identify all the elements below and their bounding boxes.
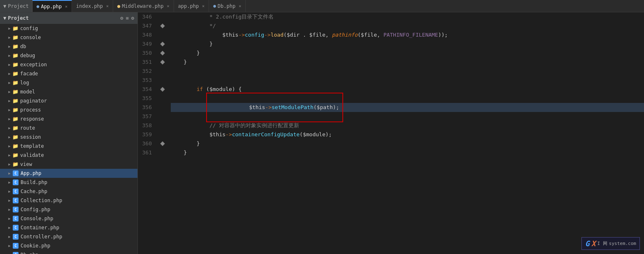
tab-close-app2[interactable]: ✕ <box>202 4 205 8</box>
sidebar-item-facade[interactable]: ▶ 📁 facade <box>0 69 137 78</box>
line-num-359: 359 <box>138 130 155 139</box>
sidebar-item-controller-php[interactable]: ▶ C Controller.php <box>0 232 137 241</box>
sidebar-item-view[interactable]: ▶ 📁 view <box>0 160 137 169</box>
settings-icon[interactable]: ≡ <box>126 15 129 21</box>
sidebar-item-label: facade <box>20 71 38 77</box>
gutter-348 <box>158 30 167 40</box>
sidebar-item-template[interactable]: ▶ 📁 template <box>0 142 137 151</box>
code-text <box>171 112 174 121</box>
line-num-350: 350 <box>138 49 155 58</box>
arrow-icon: ▶ <box>7 54 12 58</box>
sidebar-item-label: Console.php <box>21 216 53 221</box>
db-php-icon: ● <box>213 3 216 9</box>
tab-close-middleware[interactable]: ✕ <box>167 4 170 8</box>
code-line-352 <box>171 67 644 76</box>
sidebar-item-build-php[interactable]: ▶ C Build.php <box>0 178 137 187</box>
folder-icon: 📁 <box>12 107 19 113</box>
gear-icon[interactable]: ⚙ <box>131 15 134 21</box>
sidebar-item-route[interactable]: ▶ 📁 route <box>0 124 137 133</box>
code-area: 346 347 348 349 350 351 352 353 354 355 … <box>138 12 644 254</box>
line-num-352: 352 <box>138 67 155 76</box>
tab-close-app[interactable]: ✕ <box>65 4 67 9</box>
sidebar-item-console[interactable]: ▶ 📁 console <box>0 33 137 42</box>
sidebar-item-process[interactable]: ▶ 📁 process <box>0 105 137 114</box>
gutter-360[interactable] <box>158 139 167 148</box>
gutter-350[interactable] <box>158 49 167 58</box>
gutter-352 <box>158 67 167 76</box>
code-line-357 <box>171 112 644 121</box>
sidebar-item-collection-php[interactable]: ▶ C Collection.php <box>0 196 137 205</box>
gutter-356 <box>158 103 167 112</box>
sidebar-item-label: paginator <box>20 98 47 104</box>
tab-bar: ▼ Project ● App.php ✕ index.php ✕ ● Midd… <box>0 0 644 12</box>
gutter-347[interactable] <box>158 21 167 30</box>
sidebar-item-config-php[interactable]: ▶ C Config.php <box>0 205 137 214</box>
line-num-347: 347 <box>138 21 155 30</box>
gutter-361 <box>158 148 167 157</box>
sidebar-item-cookie-php[interactable]: ▶ C Cookie.php <box>0 241 137 250</box>
sidebar-item-db-php[interactable]: ▶ C Db.php <box>0 250 137 254</box>
tab-app-php[interactable]: ● App.php ✕ <box>33 0 72 12</box>
sidebar-item-label: response <box>20 116 44 122</box>
sidebar-item-label: model <box>20 89 35 95</box>
sidebar-header: ▼ Project ⚙ ≡ ⚙ <box>0 12 137 24</box>
line-numbers: 346 347 348 349 350 351 352 353 354 355 … <box>138 12 158 254</box>
arrow-icon: ▶ <box>7 198 12 203</box>
watermark: G X I 网 system.com <box>581 237 640 250</box>
gutter-349[interactable] <box>158 40 167 49</box>
sidebar-item-container-php[interactable]: ▶ C Container.php <box>0 223 137 232</box>
file-icon-build: C <box>12 179 19 185</box>
sidebar-item-app-php[interactable]: ▶ C App.php <box>0 169 137 178</box>
sidebar-project-label: Project <box>8 15 29 21</box>
line-num-354: 354 <box>138 85 155 94</box>
file-icon-console: C <box>12 216 19 221</box>
watermark-domain: system.com <box>609 241 636 246</box>
tab-index-php[interactable]: index.php ✕ <box>72 0 113 12</box>
code-text: // 对容器中的对象实例进行配置更新 <box>171 121 299 130</box>
tab-label-app2: app.php <box>178 3 199 9</box>
sync-icon[interactable]: ⚙ <box>120 15 123 21</box>
sidebar-item-paginator[interactable]: ▶ 📁 paginator <box>0 96 137 105</box>
gutter-354[interactable] <box>158 85 167 94</box>
sidebar-item-log[interactable]: ▶ 📁 log <box>0 78 137 87</box>
line-num-346: 346 <box>138 12 155 21</box>
code-line-360: } <box>171 139 644 148</box>
arrow-icon: ▶ <box>7 189 12 193</box>
sidebar-item-session[interactable]: ▶ 📁 session <box>0 133 137 142</box>
line-num-355: 355 <box>138 94 155 103</box>
sidebar-item-label: Db.php <box>21 252 38 254</box>
arrow-icon: ▶ <box>7 235 12 239</box>
arrow-icon: ▶ <box>7 26 12 30</box>
sidebar-item-exception[interactable]: ▶ 📁 exception <box>0 60 137 69</box>
folder-icon: 📁 <box>12 80 19 86</box>
tab-db-php[interactable]: ● Db.php ✕ <box>209 0 246 12</box>
tab-close-db[interactable]: ✕ <box>239 4 241 8</box>
code-line-356: $this->setModulePath($path); <box>171 103 644 112</box>
project-arrow[interactable]: ▼ <box>3 3 6 9</box>
code-line-358: // 对容器中的对象实例进行配置更新 <box>171 121 644 130</box>
sidebar-item-validate[interactable]: ▶ 📁 validate <box>0 151 137 160</box>
sidebar-item-console-php[interactable]: ▶ C Console.php <box>0 214 137 223</box>
watermark-x: X <box>591 239 596 248</box>
tab-middleware-php[interactable]: ● Middleware.php ✕ <box>113 0 174 12</box>
sidebar-item-cache-php[interactable]: ▶ C Cache.php <box>0 187 137 196</box>
folder-icon: 📁 <box>12 35 19 40</box>
sidebar-item-config[interactable]: ▶ 📁 config <box>0 24 137 33</box>
sidebar-arrow[interactable]: ▼ <box>3 15 6 21</box>
sidebar-item-debug[interactable]: ▶ 📁 debug <box>0 51 137 60</box>
sidebar-item-model[interactable]: ▶ 📁 model <box>0 87 137 96</box>
folder-icon: 📁 <box>12 134 19 140</box>
sidebar-icons: ⚙ ≡ ⚙ <box>120 15 134 21</box>
folder-icon: 📁 <box>12 44 19 49</box>
line-num-356: 356 <box>138 103 155 112</box>
folder-icon: 📁 <box>12 152 19 158</box>
gutter <box>158 12 167 254</box>
sidebar-item-label: db <box>20 44 26 49</box>
tab-close-index[interactable]: ✕ <box>106 4 109 8</box>
sidebar-item-db[interactable]: ▶ 📁 db <box>0 42 137 51</box>
arrow-icon: ▶ <box>7 207 12 212</box>
tab-app2-php[interactable]: app.php ✕ <box>174 0 209 12</box>
sidebar-item-response[interactable]: ▶ 📁 response <box>0 114 137 124</box>
gutter-351[interactable] <box>158 58 167 67</box>
line-num-348: 348 <box>138 30 155 40</box>
